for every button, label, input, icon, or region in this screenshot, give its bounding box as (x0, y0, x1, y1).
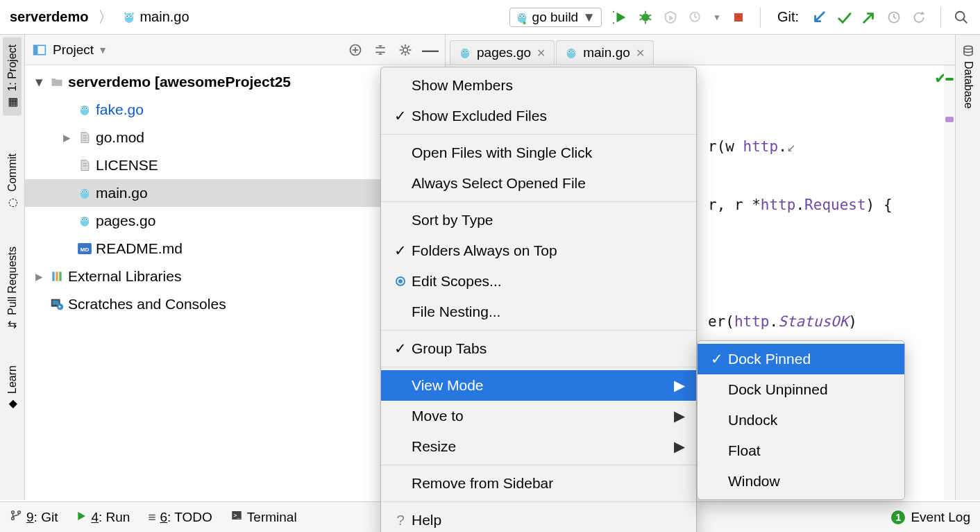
locate-icon[interactable] (348, 42, 363, 58)
svg-point-65 (81, 217, 90, 226)
submenu-dock-unpinned[interactable]: Dock Unpinned (698, 374, 904, 405)
status-run[interactable]: 4: Run (76, 510, 130, 525)
learn-icon: ◆ (6, 398, 19, 411)
chevron-down-icon: ▼ (98, 44, 108, 56)
svg-point-92 (12, 511, 15, 514)
svg-line-17 (640, 15, 643, 16)
notification-badge-icon: 1 (891, 510, 905, 524)
submenu-float[interactable]: Float (698, 435, 904, 466)
update-project-icon[interactable] (811, 10, 827, 25)
close-icon[interactable]: ✕ (636, 47, 645, 60)
toolbar-separator (760, 7, 761, 28)
checkmark-icon: ✓ (392, 242, 409, 259)
checkmark-icon: ✓ (709, 351, 725, 367)
submenu-dock-pinned[interactable]: ✓Dock Pinned (698, 344, 904, 374)
svg-point-91 (398, 279, 403, 283)
left-tab-learn[interactable]: ◆ Learn (3, 358, 22, 418)
push-icon[interactable] (861, 10, 877, 25)
branch-icon (10, 509, 22, 525)
menu-show-excluded[interactable]: ✓Show Excluded Files (381, 101, 696, 131)
status-todo[interactable]: ≡ 6: TODO (148, 510, 212, 525)
svg-point-84 (567, 49, 576, 58)
gopher-icon (516, 10, 528, 24)
folder-icon (49, 75, 65, 89)
menu-open-single-click[interactable]: Open Files with Single Click (381, 138, 696, 168)
toolbar-git-group: Git: (768, 9, 933, 25)
status-git[interactable]: 9: Git (10, 509, 58, 525)
close-icon[interactable]: ✕ (537, 47, 546, 60)
menu-remove-sidebar[interactable]: Remove from Sidebar (381, 468, 696, 499)
svg-point-89 (964, 46, 972, 49)
debug-icon[interactable] (638, 10, 653, 25)
svg-rect-25 (734, 13, 743, 22)
rerun-icon[interactable] (613, 10, 628, 25)
menu-edit-scopes[interactable]: Edit Scopes... (381, 266, 696, 297)
history-icon[interactable] (886, 10, 902, 25)
gear-icon[interactable] (398, 42, 413, 58)
right-tab-database[interactable]: Database (959, 38, 977, 116)
coverage-icon[interactable] (663, 10, 678, 25)
chevron-down-icon[interactable]: ▼ (713, 13, 721, 22)
menu-file-nesting[interactable]: File Nesting... (381, 297, 696, 327)
status-terminal[interactable]: >_ Terminal (230, 509, 297, 525)
search-icon[interactable] (954, 10, 969, 25)
svg-rect-72 (52, 272, 54, 281)
svg-point-83 (466, 51, 467, 51)
rollback-icon[interactable] (911, 10, 927, 25)
file-icon (76, 158, 93, 172)
chevron-right-icon[interactable]: ▸ (32, 268, 46, 285)
external-libraries-icon (49, 269, 65, 283)
editor-tab-pages-go[interactable]: pages.go ✕ (450, 40, 555, 65)
svg-line-18 (649, 15, 652, 16)
svg-point-64 (86, 191, 87, 192)
menu-view-mode[interactable]: View Mode▶ (381, 370, 696, 401)
collapse-all-icon[interactable] (373, 42, 388, 58)
editor-marker-strip[interactable] (944, 65, 955, 500)
menu-folders-on-top[interactable]: ✓Folders Always on Top (381, 235, 696, 266)
menu-separator (381, 367, 696, 367)
stop-icon[interactable] (731, 10, 746, 25)
menu-sort-by-type[interactable]: Sort by Type (381, 205, 696, 235)
svg-point-69 (86, 219, 87, 219)
pull-request-icon: ⇆ (8, 317, 17, 330)
editor-tab-main-go[interactable]: main.go ✕ (556, 40, 654, 65)
checkmark-icon: ✓ (392, 340, 409, 357)
chevron-down-icon[interactable]: ▾ (32, 74, 46, 90)
svg-point-30 (956, 11, 965, 20)
svg-point-41 (403, 47, 408, 52)
menu-separator (381, 134, 696, 135)
menu-show-members[interactable]: Show Members (381, 70, 696, 101)
right-tool-strip: Database (955, 35, 980, 500)
menu-always-select[interactable]: Always Select Opened File (381, 168, 696, 199)
hide-icon[interactable]: — (423, 42, 438, 58)
checkmark-icon: ✓ (392, 108, 409, 124)
left-tab-pull-requests[interactable]: ⇆ Pull Requests (3, 240, 22, 335)
menu-resize[interactable]: Resize▶ (381, 431, 696, 462)
svg-point-12 (523, 22, 525, 24)
gopher-icon (76, 214, 93, 228)
chevron-right-icon[interactable]: ▸ (60, 129, 74, 146)
commit-icon[interactable] (836, 10, 852, 25)
breadcrumb-separator-icon: 〉 (98, 7, 113, 28)
svg-line-20 (649, 18, 652, 19)
chevron-right-icon: ▶ (674, 408, 685, 424)
submenu-window[interactable]: Window (698, 466, 904, 497)
menu-separator (381, 501, 696, 502)
menu-help[interactable]: ?Help (381, 505, 696, 532)
left-tab-project[interactable]: ▦ 1: Project (3, 38, 22, 116)
git-label: Git: (775, 9, 802, 25)
project-panel-title[interactable]: Project ▼ (53, 42, 108, 58)
left-tab-commit[interactable]: ◌ Commit (3, 147, 22, 216)
status-event-log[interactable]: 1 Event Log (891, 510, 970, 525)
profiler-icon[interactable] (688, 10, 703, 25)
gopher-icon (76, 186, 93, 200)
gopher-icon (565, 46, 577, 60)
breadcrumb-project[interactable]: serverdemo (6, 8, 92, 26)
submenu-undock[interactable]: Undock (698, 405, 904, 435)
menu-group-tabs[interactable]: ✓Group Tabs (381, 333, 696, 364)
menu-move-to[interactable]: Move to▶ (381, 401, 696, 431)
breadcrumb-file[interactable]: main.go (119, 8, 193, 26)
svg-marker-40 (378, 53, 383, 55)
top-toolbar: serverdemo 〉 main.go go build ▼ ▼ (0, 0, 980, 35)
run-config-dropdown[interactable]: go build ▼ (509, 8, 602, 27)
